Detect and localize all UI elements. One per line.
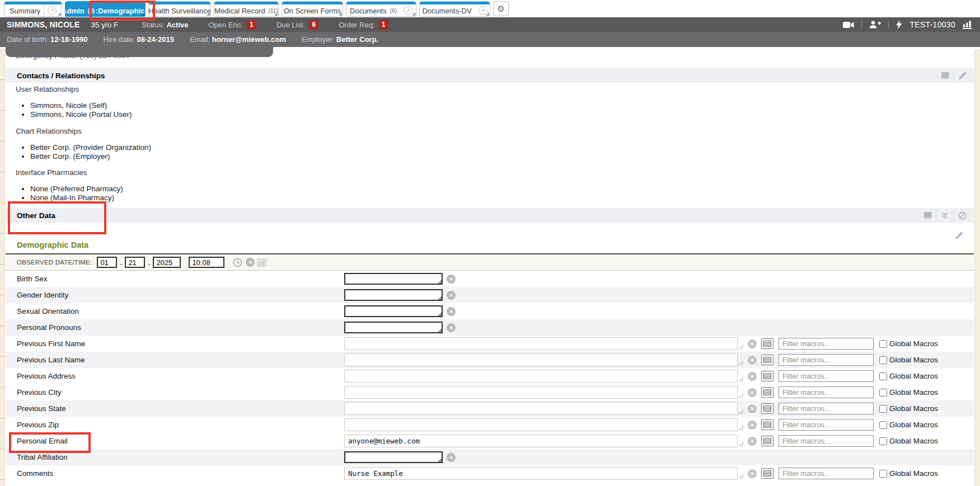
gender-identity-input[interactable] (344, 289, 443, 301)
popout-icon[interactable]: ↗ (404, 6, 412, 15)
observed-year-input[interactable] (153, 257, 181, 268)
birth-sex-input[interactable] (344, 273, 443, 285)
clear-field-icon[interactable]: ✕ (447, 275, 456, 284)
popout-icon[interactable]: ↗ (48, 6, 57, 15)
tab-settings-button[interactable]: ⚙ (493, 1, 509, 16)
previous-zip-textarea[interactable] (344, 418, 738, 431)
previous-state-textarea[interactable] (344, 402, 738, 415)
clear-date-icon[interactable]: ✕ (246, 258, 255, 267)
left-gutter[interactable] (0, 49, 5, 486)
tab-on-screen-forms[interactable]: On Screen Forms (282, 1, 343, 17)
tab-summary[interactable]: Summary ↗ (4, 1, 62, 17)
clear-field-icon[interactable]: ✕ (447, 453, 456, 462)
resize-handle-icon[interactable] (738, 441, 744, 447)
observed-month-input[interactable] (97, 257, 117, 268)
clear-field-icon[interactable]: ✕ (748, 388, 757, 397)
demographic-edit-row (6, 228, 974, 243)
tab-admin-demographics[interactable]: Admin (3) :Demographics (65, 1, 146, 17)
filter-macros-input[interactable] (779, 338, 874, 350)
clear-field-icon[interactable]: ✕ (748, 469, 757, 478)
clear-field-icon[interactable]: ✕ (447, 291, 456, 300)
popout-icon[interactable]: ↗ (479, 6, 487, 15)
macro-table-icon[interactable] (761, 468, 773, 479)
previous-last-name-textarea[interactable] (344, 353, 738, 366)
row-personal-pronouns: Personal Pronouns ✕ (6, 319, 974, 336)
open-enc-counter[interactable]: Open Enc: 1 (208, 20, 256, 30)
add-person-icon[interactable] (869, 21, 881, 29)
previous-city-textarea[interactable] (344, 386, 738, 399)
due-list-counter[interactable]: Due List: 6 (276, 20, 318, 30)
calendar-icon[interactable] (257, 258, 266, 267)
comments-textarea[interactable]: Nurse Example (344, 467, 738, 480)
counter-badge[interactable]: 6 (309, 20, 318, 30)
observed-label: OBSERVED DATE/TIME: (17, 259, 92, 266)
observed-time-input[interactable] (189, 257, 224, 268)
global-macros-checkbox[interactable] (879, 389, 887, 397)
right-gutter[interactable] (974, 49, 980, 486)
personal-pronouns-input[interactable] (344, 322, 443, 333)
filter-macros-input[interactable] (779, 370, 874, 382)
book-icon[interactable] (936, 68, 953, 83)
edit-pencil-icon[interactable] (950, 228, 967, 243)
filter-macros-input[interactable] (779, 354, 874, 366)
sexual-orientation-input[interactable] (344, 305, 443, 317)
global-macros-checkbox[interactable] (879, 356, 887, 364)
clear-field-icon[interactable]: ✕ (748, 339, 757, 348)
lightning-icon[interactable] (896, 20, 902, 29)
tab-documents[interactable]: Documents (6) ↗ (346, 1, 416, 17)
macro-table-icon[interactable] (761, 419, 773, 430)
clear-field-icon[interactable]: ✕ (748, 437, 757, 446)
collapse-chevrons-icon[interactable] (936, 208, 953, 223)
global-macros-checkbox[interactable] (879, 437, 887, 445)
global-macros-checkbox[interactable] (879, 372, 887, 380)
tribal-affiliation-input[interactable] (344, 451, 443, 463)
macro-table-icon[interactable] (761, 355, 773, 365)
video-call-icon[interactable] (843, 21, 854, 29)
filter-macros-input[interactable] (779, 435, 874, 447)
field-value: horner@mieweb.com (212, 35, 286, 44)
clear-field-icon[interactable]: ✕ (447, 323, 456, 332)
global-macros-checkbox[interactable] (879, 405, 887, 413)
clock-icon[interactable] (233, 258, 242, 267)
field-label: Tribal Affiliation (17, 449, 68, 465)
resize-handle-icon[interactable] (738, 409, 744, 414)
clear-field-icon[interactable]: ✕ (748, 404, 757, 413)
filter-macros-input[interactable] (779, 386, 874, 398)
personal-email-textarea[interactable]: anyone@mieweb.com (344, 435, 738, 447)
macro-table-icon[interactable] (761, 436, 773, 446)
macro-table-icon[interactable] (761, 403, 773, 414)
resize-handle-icon[interactable] (738, 474, 744, 479)
global-macros-checkbox[interactable] (879, 340, 887, 348)
clear-field-icon[interactable]: ✕ (748, 372, 757, 381)
global-macros-checkbox[interactable] (879, 470, 887, 478)
observed-day-input[interactable] (125, 257, 145, 268)
chart-stats-icon[interactable] (963, 20, 972, 29)
tab-medical-record[interactable]: Medical Record (11) (214, 1, 279, 17)
filter-macros-input[interactable] (779, 419, 874, 431)
resize-handle-icon[interactable] (738, 376, 744, 382)
clear-field-icon[interactable]: ✕ (748, 356, 757, 365)
global-macros-checkbox[interactable] (879, 421, 887, 429)
clear-field-icon[interactable]: ✕ (447, 307, 456, 316)
resize-handle-icon[interactable] (738, 393, 744, 398)
edit-pencil-icon[interactable] (954, 68, 970, 83)
disable-slash-icon[interactable] (954, 208, 970, 223)
macro-table-icon[interactable] (761, 387, 773, 398)
tab-documents-dv[interactable]: Documents-DV ↗ (419, 1, 490, 17)
counter-badge[interactable]: 1 (247, 20, 256, 30)
clear-field-icon[interactable]: ✕ (748, 421, 757, 430)
counter-badge[interactable]: 1 (379, 20, 388, 30)
previous-address-textarea[interactable] (344, 370, 738, 383)
order-req-counter[interactable]: Order Req: 1 (339, 20, 388, 30)
resize-handle-icon[interactable] (738, 344, 744, 350)
resize-handle-icon[interactable] (738, 425, 744, 431)
resize-handle-icon[interactable] (738, 360, 744, 366)
macro-table-icon[interactable] (761, 338, 773, 349)
field-label: Previous Address (17, 368, 76, 384)
filter-macros-input[interactable] (779, 468, 874, 479)
book-icon[interactable] (919, 208, 936, 223)
tab-health-surveillance[interactable]: Health Surveillance (148, 1, 211, 17)
previous-first-name-textarea[interactable] (344, 337, 738, 350)
macro-table-icon[interactable] (761, 371, 773, 381)
filter-macros-input[interactable] (779, 403, 874, 414)
